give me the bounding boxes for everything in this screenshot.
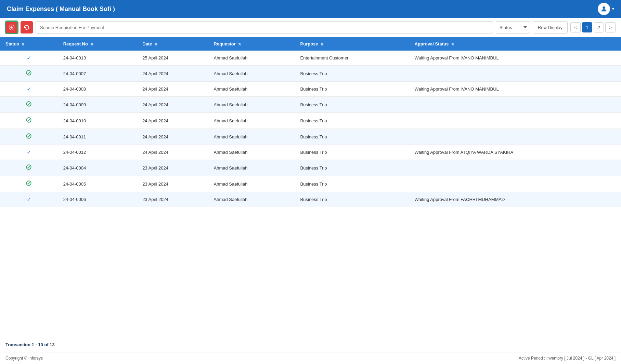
requestor-cell: Ahmad Saefullah — [208, 192, 295, 207]
sort-requestno-icon: ⇅ — [91, 42, 93, 46]
approval-status-cell — [409, 66, 621, 82]
date-cell: 24 April 2024 — [137, 66, 208, 82]
done-icon — [26, 165, 32, 171]
date-cell: 23 April 2024 — [137, 160, 208, 176]
requestor-cell: Ahmad Saefullah — [208, 145, 295, 160]
purpose-cell: Business Trip — [295, 176, 409, 192]
requestor-cell: Ahmad Saefullah — [208, 51, 295, 66]
pagination: < 1 2 > — [570, 22, 616, 32]
requestor-cell: Ahmad Saefullah — [208, 82, 295, 97]
approval-status-cell — [409, 97, 621, 113]
table-row[interactable]: ✓24-04-001325 April 2024Ahmad SaefullahE… — [0, 51, 621, 66]
add-button[interactable] — [5, 21, 18, 33]
table-row[interactable]: ✓24-04-000623 April 2024Ahmad SaefullahB… — [0, 192, 621, 207]
col-requestor[interactable]: Requestor ⇅ — [208, 37, 295, 51]
approval-status-cell: Waiting Approval From IVANO MANIMBUL — [409, 51, 621, 66]
chevron-down-icon: ▾ — [612, 6, 614, 11]
purpose-cell: Business Trip — [295, 145, 409, 160]
purpose-cell: Business Trip — [295, 97, 409, 113]
col-approval-status[interactable]: Approval Status ⇅ — [409, 37, 621, 51]
status-cell — [0, 176, 58, 192]
check-icon: ✓ — [27, 149, 31, 155]
approval-status-cell — [409, 160, 621, 176]
check-icon: ✓ — [27, 86, 31, 92]
approval-status-cell — [409, 129, 621, 145]
status-cell: ✓ — [0, 51, 58, 66]
purpose-cell: Business Trip — [295, 66, 409, 82]
requestor-cell: Ahmad Saefullah — [208, 97, 295, 113]
status-cell: ✓ — [0, 192, 58, 207]
requestor-cell: Ahmad Saefullah — [208, 176, 295, 192]
table-row[interactable]: 24-04-000423 April 2024Ahmad SaefullahBu… — [0, 160, 621, 176]
col-date[interactable]: Date ⇅ — [137, 37, 208, 51]
date-cell: 24 April 2024 — [137, 82, 208, 97]
status-cell — [0, 97, 58, 113]
table-row[interactable]: 24-04-000523 April 2024Ahmad SaefullahBu… — [0, 176, 621, 192]
request-no-cell: 24-04-0010 — [58, 113, 137, 129]
done-icon — [26, 181, 32, 187]
request-no-cell: 24-04-0013 — [58, 51, 137, 66]
purpose-cell: Business Trip — [295, 113, 409, 129]
request-no-cell: 24-04-0005 — [58, 176, 137, 192]
prev-page-button[interactable]: < — [570, 22, 581, 32]
copyright-text: Copyright © Inforsys — [5, 356, 43, 361]
footer: Copyright © Inforsys Active Period : Inv… — [0, 352, 621, 364]
purpose-cell: Business Trip — [295, 129, 409, 145]
request-no-cell: 24-04-0009 — [58, 97, 137, 113]
table-row[interactable]: 24-04-001124 April 2024Ahmad SaefullahBu… — [0, 129, 621, 145]
date-cell: 24 April 2024 — [137, 113, 208, 129]
top-header: Claim Expenses ( Manual Book Sofi ) ▾ — [0, 0, 621, 18]
table-row[interactable]: 24-04-001024 April 2024Ahmad SaefullahBu… — [0, 113, 621, 129]
request-no-cell: 24-04-0011 — [58, 129, 137, 145]
check-icon: ✓ — [27, 55, 31, 61]
approval-status-cell: Waiting Approval From ATQIYA WARDA SYAKI… — [409, 145, 621, 160]
sort-approval-icon: ⇅ — [451, 42, 454, 46]
sort-purpose-icon: ⇅ — [321, 42, 323, 46]
date-cell: 24 April 2024 — [137, 97, 208, 113]
page-2-button[interactable]: 2 — [594, 22, 604, 32]
table-row[interactable]: 24-04-000924 April 2024Ahmad SaefullahBu… — [0, 97, 621, 113]
table-row[interactable]: ✓24-04-000824 April 2024Ahmad SaefullahB… — [0, 82, 621, 97]
status-dropdown[interactable]: Status — [496, 21, 530, 33]
purpose-cell: Business Trip — [295, 192, 409, 207]
next-page-button[interactable]: > — [605, 22, 616, 32]
status-cell: ✓ — [0, 82, 58, 97]
request-no-cell: 24-04-0012 — [58, 145, 137, 160]
user-avatar — [598, 3, 610, 15]
sort-date-icon: ⇅ — [155, 42, 157, 46]
request-no-cell: 24-04-0006 — [58, 192, 137, 207]
row-display-button[interactable]: Row Display — [533, 21, 568, 33]
purpose-cell: Entertainment Customer — [295, 51, 409, 66]
purpose-cell: Business Trip — [295, 82, 409, 97]
status-cell — [0, 66, 58, 82]
col-purpose[interactable]: Purpose ⇅ — [295, 37, 409, 51]
active-period-text: Active Period : Inventory [ Jul 2024 ] -… — [519, 356, 616, 361]
done-icon — [26, 71, 32, 77]
date-cell: 23 April 2024 — [137, 176, 208, 192]
purpose-cell: Business Trip — [295, 160, 409, 176]
request-no-cell: 24-04-0008 — [58, 82, 137, 97]
check-icon: ✓ — [27, 197, 31, 202]
status-cell: ✓ — [0, 145, 58, 160]
col-status[interactable]: Status ⇅ — [0, 37, 58, 51]
table-row[interactable]: 24-04-000724 April 2024Ahmad SaefullahBu… — [0, 66, 621, 82]
done-icon — [26, 118, 32, 124]
sort-status-icon: ⇅ — [22, 42, 24, 46]
approval-status-cell: Waiting Approval From FACHRI MUHAMMAD — [409, 192, 621, 207]
requestor-cell: Ahmad Saefullah — [208, 129, 295, 145]
status-cell — [0, 113, 58, 129]
date-cell: 25 April 2024 — [137, 51, 208, 66]
table-row[interactable]: ✓24-04-001224 April 2024Ahmad SaefullahB… — [0, 145, 621, 160]
user-menu[interactable]: ▾ — [598, 3, 614, 15]
col-request-no[interactable]: Request No ⇅ — [58, 37, 137, 51]
search-input[interactable] — [36, 21, 493, 33]
approval-status-cell: Waiting Approval From IVANO MANIMBUL — [409, 82, 621, 97]
table-header-row: Status ⇅ Request No ⇅ Date ⇅ Requestor ⇅… — [0, 37, 621, 51]
table-container: Status ⇅ Request No ⇅ Date ⇅ Requestor ⇅… — [0, 37, 621, 337]
approval-status-cell — [409, 176, 621, 192]
status-cell — [0, 160, 58, 176]
requestor-cell: Ahmad Saefullah — [208, 113, 295, 129]
reset-button[interactable] — [21, 21, 33, 33]
requestor-cell: Ahmad Saefullah — [208, 66, 295, 82]
page-1-button[interactable]: 1 — [582, 22, 592, 32]
